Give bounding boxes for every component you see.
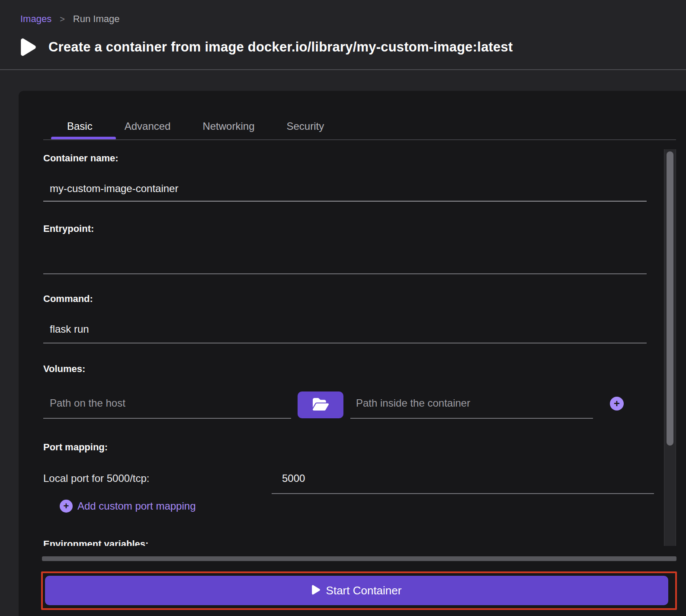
add-custom-port-mapping-button[interactable]: + Add custom port mapping (60, 500, 196, 513)
local-port-underline (272, 493, 654, 494)
folder-open-icon (313, 397, 329, 413)
basic-tab-content: Container name: my-custom-image-containe… (43, 149, 654, 546)
breadcrumb-link-images[interactable]: Images (20, 13, 51, 25)
container-name-label: Container name: (43, 153, 119, 164)
run-image-card: Basic Advanced Networking Security Conta… (19, 91, 686, 616)
tab-networking[interactable]: Networking (186, 116, 270, 137)
play-icon-small (312, 584, 320, 597)
tab-bar: Basic Advanced Networking Security (51, 116, 340, 137)
add-volume-button[interactable]: + (610, 397, 624, 411)
local-port-label: Local port for 5000/tcp: (43, 472, 149, 484)
start-container-label: Start Container (326, 584, 402, 597)
container-name-underline (43, 201, 647, 202)
vertical-scrollbar-thumb[interactable] (667, 151, 673, 446)
plus-circle-icon: + (60, 500, 73, 513)
breadcrumb: Images > Run Image (20, 13, 119, 25)
vertical-scrollbar-track[interactable] (664, 149, 676, 546)
page-title: Create a container from image docker.io/… (48, 39, 513, 55)
volumes-label: Volumes: (43, 363, 85, 375)
breadcrumb-separator: > (60, 14, 65, 24)
port-mapping-label: Port mapping: (43, 442, 108, 453)
header-divider (0, 69, 686, 70)
command-label: Command: (43, 293, 93, 305)
add-custom-port-mapping-label: Add custom port mapping (77, 500, 196, 512)
command-input[interactable]: flask run (50, 323, 89, 335)
page-header: Create a container from image docker.io/… (20, 37, 513, 57)
volume-container-path-input[interactable]: Path inside the container (356, 397, 470, 409)
command-underline (43, 343, 647, 343)
container-name-input[interactable]: my-custom-image-container (50, 183, 178, 195)
entrypoint-label: Entrypoint: (43, 223, 94, 234)
run-image-page: Images > Run Image Create a container fr… (0, 0, 686, 616)
tab-advanced[interactable]: Advanced (109, 116, 187, 137)
plus-icon: + (614, 398, 620, 409)
volume-host-path-input[interactable]: Path on the host (50, 397, 125, 409)
entrypoint-underline (43, 273, 647, 274)
browse-folder-button[interactable] (298, 391, 343, 418)
environment-variables-label: Environment variables: (43, 539, 148, 546)
tab-security[interactable]: Security (270, 116, 340, 137)
volume-container-underline (350, 418, 593, 419)
tab-basic[interactable]: Basic (51, 116, 109, 137)
breadcrumb-current: Run Image (73, 13, 120, 25)
tab-bottom-border (43, 139, 676, 140)
play-icon (20, 37, 36, 57)
horizontal-scrollbar[interactable] (42, 556, 676, 561)
start-container-button[interactable]: Start Container (45, 576, 668, 605)
plus-glyph: + (64, 501, 69, 511)
local-port-input[interactable]: 5000 (282, 472, 305, 484)
volume-host-underline (43, 418, 291, 419)
